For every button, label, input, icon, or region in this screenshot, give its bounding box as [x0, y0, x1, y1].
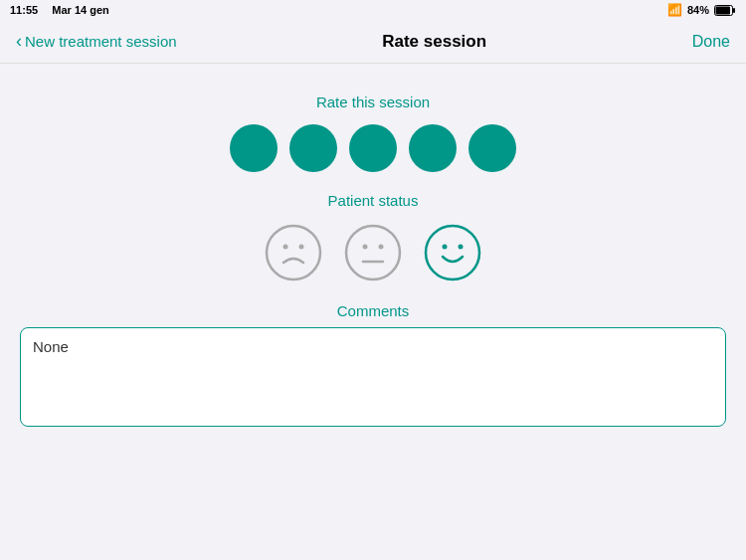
- face-happy[interactable]: [423, 223, 482, 282]
- rate-section: Rate this session: [230, 93, 516, 172]
- rating-dot-2[interactable]: [289, 124, 337, 172]
- face-neutral[interactable]: [343, 223, 403, 282]
- rate-label: Rate this session: [316, 93, 430, 110]
- svg-point-7: [363, 245, 368, 250]
- svg-point-11: [443, 245, 448, 250]
- rating-dot-3[interactable]: [349, 124, 397, 172]
- comments-section: Comments None: [20, 302, 726, 427]
- rating-dot-5[interactable]: [468, 124, 516, 172]
- faces-row: [264, 223, 482, 282]
- face-sad[interactable]: [264, 223, 323, 282]
- patient-status-label: Patient status: [328, 192, 419, 209]
- status-bar-left: 11:55 Mar 14 gen: [10, 4, 109, 16]
- time: 11:55: [10, 4, 38, 16]
- svg-point-10: [426, 226, 479, 280]
- wifi-icon: 📶: [667, 3, 682, 17]
- patient-status-section: Patient status: [264, 192, 482, 282]
- svg-point-4: [283, 245, 288, 250]
- battery-icon: [714, 5, 736, 16]
- svg-rect-2: [733, 8, 735, 13]
- main-content: Rate this session Patient status: [0, 64, 746, 447]
- page-title: Rate session: [382, 32, 486, 52]
- svg-rect-1: [716, 6, 731, 14]
- done-button[interactable]: Done: [692, 33, 730, 51]
- rating-dots: [230, 124, 516, 172]
- svg-point-5: [299, 245, 304, 250]
- date: Mar 14 gen: [52, 4, 108, 16]
- nav-bar: ‹ New treatment session Rate session Don…: [0, 20, 746, 64]
- comments-label: Comments: [20, 302, 726, 319]
- svg-point-8: [379, 245, 384, 250]
- status-bar: 11:55 Mar 14 gen 📶 84%: [0, 0, 746, 20]
- back-button[interactable]: ‹ New treatment session: [16, 33, 177, 50]
- battery-percent: 84%: [687, 4, 709, 16]
- rating-dot-1[interactable]: [230, 124, 278, 172]
- comments-textarea[interactable]: None: [20, 327, 726, 427]
- back-label: New treatment session: [25, 33, 177, 50]
- chevron-left-icon: ‹: [16, 32, 22, 50]
- status-bar-right: 📶 84%: [667, 3, 736, 17]
- svg-point-6: [346, 226, 400, 280]
- svg-point-12: [459, 245, 464, 250]
- svg-point-3: [267, 226, 320, 280]
- rating-dot-4[interactable]: [409, 124, 457, 172]
